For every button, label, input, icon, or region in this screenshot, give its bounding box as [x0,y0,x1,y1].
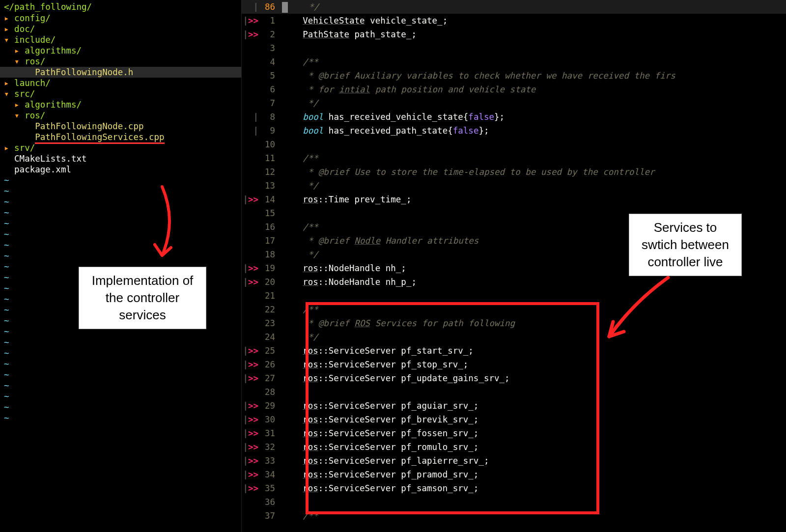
tilde-marker: ~ [0,229,241,240]
tree-item-ros[interactable]: ▾ ros/ [0,110,241,121]
code-line[interactable]: 12 * @brief Use to store the time-elapse… [242,165,786,179]
line-number: 23 [260,316,282,330]
code-content[interactable]: * for intial path position and vehicle s… [282,83,786,96]
code-line[interactable]: 10 [242,138,786,151]
sign-column: |>> [242,14,260,28]
code-line[interactable]: 6 * for intial path position and vehicle… [242,83,786,96]
code-line[interactable]: 21 [242,289,786,303]
tree-item-algorithms[interactable]: ▸ algorithms/ [0,99,241,110]
code-content[interactable]: */ [282,96,786,110]
code-content[interactable]: PathState path_state_; [282,28,786,41]
tree-item-launch[interactable]: ▸ launch/ [0,78,241,88]
code-content[interactable] [282,41,786,55]
sign-column: |>> [242,440,260,454]
tree-item-packagexml[interactable]: package.xml [0,164,241,175]
tilde-marker: ~ [0,251,241,261]
line-number: 13 [260,179,282,193]
line-number: 4 [260,55,282,69]
code-content[interactable]: */ [282,179,786,193]
code-line[interactable]: | 9 bool has_received_path_state{false}; [242,124,786,138]
file-tree-sidebar: </path_following/ ▸ config/▸ doc/▾ inclu… [0,0,242,532]
sign-column: |>> [242,358,260,371]
sign-column: |>> [242,261,260,275]
code-content[interactable]: * @brief Use to store the time-elapsed t… [282,165,786,179]
line-number: 19 [260,261,282,275]
sign-column [242,303,260,316]
line-number: 37 [260,509,282,523]
code-line[interactable]: 7 */ [242,96,786,110]
tree-item-pathfollowingnodeh[interactable]: PathFollowingNode.h [0,67,241,78]
highlight-box [306,302,599,514]
code-content[interactable] [282,289,786,303]
tree-item-ros[interactable]: ▾ ros/ [0,56,241,67]
line-number: 17 [260,234,282,248]
sign-column: |>> [242,413,260,426]
sign-column [242,55,260,69]
tree-item-srv[interactable]: ▸ srv/ [0,142,241,153]
sign-column: |>> [242,426,260,440]
code-line[interactable]: |>>14 ros::Time prev_time_; [242,193,786,206]
sign-column [242,206,260,220]
code-content[interactable]: /** [282,151,786,165]
code-line[interactable]: 11 /** [242,151,786,165]
code-line[interactable]: 13 */ [242,179,786,193]
code-line[interactable]: 3 [242,41,786,55]
tilde-marker: ~ [0,186,241,196]
tilde-marker: ~ [0,402,241,413]
sign-column: | [242,110,260,124]
code-content[interactable]: ros::Time prev_time_; [282,193,786,206]
tilde-marker: ~ [0,337,241,348]
tree-item-doc[interactable]: ▸ doc/ [0,24,241,34]
line-number: 86 [260,0,282,14]
line-number: 21 [260,289,282,303]
tilde-marker: ~ [0,196,241,207]
tree-item-algorithms[interactable]: ▸ algorithms/ [0,45,241,56]
sign-column: |>> [242,399,260,413]
tree-item-pathfollowingnodecpp[interactable]: PathFollowingNode.cpp [0,121,241,132]
line-number: 7 [260,96,282,110]
code-line[interactable]: | 8 bool has_received_vehicle_state{fals… [242,110,786,124]
sign-column: |>> [242,28,260,41]
code-content[interactable]: * @brief Auxiliary variables to check wh… [282,69,786,83]
line-number: 25 [260,344,282,358]
tree-item-src[interactable]: ▾ src/ [0,88,241,99]
tree-item-include[interactable]: ▾ include/ [0,34,241,45]
line-number: 34 [260,468,282,481]
code-line[interactable]: | 86 */ [242,0,786,14]
line-number: 28 [260,385,282,399]
tilde-marker: ~ [0,175,241,186]
sign-column [242,41,260,55]
tilde-marker: ~ [0,218,241,229]
line-number: 9 [260,124,282,138]
code-content[interactable]: /** [282,55,786,69]
tree-item-pathfollowingservicescpp[interactable]: PathFollowingServices.cpp [0,132,241,142]
sign-column [242,495,260,509]
sign-column [242,316,260,330]
code-content[interactable]: VehicleState vehicle_state_; [282,14,786,28]
tree-item-cmakeliststxt[interactable]: CMakeLists.txt [0,153,241,164]
tilde-marker: ~ [0,240,241,251]
code-line[interactable]: 5 * @brief Auxiliary variables to check … [242,69,786,83]
sign-column: | [242,124,260,138]
line-number: 35 [260,481,282,495]
code-content[interactable]: bool has_received_path_state{false}; [282,124,786,138]
line-number: 30 [260,413,282,426]
code-content[interactable] [282,138,786,151]
annotation-left: Implementation of the controller service… [79,267,206,329]
tilde-marker: ~ [0,380,241,391]
code-line[interactable]: |>>2 PathState path_state_; [242,28,786,41]
tilde-marker: ~ [0,359,241,369]
code-content[interactable]: ros::NodeHandle nh_p_; [282,275,786,289]
code-line[interactable]: 4 /** [242,55,786,69]
code-content[interactable]: bool has_received_vehicle_state{false}; [282,110,786,124]
line-number: 11 [260,151,282,165]
sign-column [242,83,260,96]
line-number: 8 [260,110,282,124]
line-number: 18 [260,248,282,261]
line-number: 12 [260,165,282,179]
code-line[interactable]: |>>20 ros::NodeHandle nh_p_; [242,275,786,289]
sign-column [242,330,260,344]
code-content[interactable]: */ [282,0,786,14]
code-line[interactable]: |>>1 VehicleState vehicle_state_; [242,14,786,28]
tree-item-config[interactable]: ▸ config/ [0,13,241,24]
